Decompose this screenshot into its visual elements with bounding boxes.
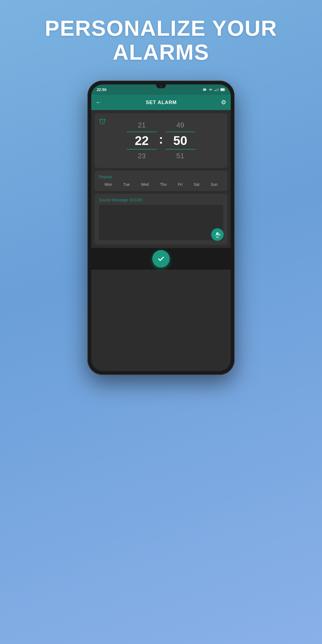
- status-icons: [202, 88, 225, 91]
- phone-outer: 22:50: [87, 81, 235, 375]
- voice-message-button[interactable]: [211, 228, 224, 241]
- confirm-button[interactable]: [152, 250, 170, 268]
- notch: [156, 84, 166, 88]
- hour-below: 23: [138, 150, 146, 162]
- minute-main: 50: [165, 132, 195, 150]
- svg-point-3: [205, 89, 206, 90]
- hour-column[interactable]: 21 22 23: [127, 119, 157, 162]
- app-bar: ← SET ALARM ⚙: [91, 95, 231, 110]
- svg-point-13: [216, 232, 218, 235]
- day-fri[interactable]: Fri: [178, 182, 182, 187]
- headline-container: PERSONALIZE YOUR ALARMS: [45, 0, 277, 64]
- headline-line1: PERSONALIZE YOUR: [45, 16, 277, 40]
- day-sat[interactable]: Sat: [194, 182, 199, 187]
- wifi-icon: [208, 88, 213, 91]
- game-controller-icon: [202, 88, 207, 91]
- repeat-label: Repeat: [99, 174, 223, 179]
- screen-content: 21 22 23 : 49 50 51 Repeat: [91, 110, 231, 248]
- svg-rect-11: [221, 89, 224, 90]
- days-row: Mon Tue Wed Thu Fri Sat Sun: [99, 182, 223, 187]
- repeat-card: Repeat Mon Tue Wed Thu Fri Sat Sun: [95, 171, 227, 191]
- svg-line-15: [220, 235, 220, 235]
- camera-dot: [160, 85, 162, 87]
- sound-message-input[interactable]: [99, 205, 223, 240]
- signal-icon: [214, 88, 219, 91]
- svg-rect-6: [216, 90, 217, 91]
- svg-rect-7: [217, 89, 218, 91]
- svg-point-4: [206, 90, 206, 90]
- day-tue[interactable]: Tue: [123, 182, 130, 187]
- time-picker-content: 21 22 23 : 49 50 51: [100, 118, 222, 162]
- status-bar: 22:50: [91, 84, 231, 95]
- back-button[interactable]: ←: [96, 99, 102, 106]
- app-bar-title: SET ALARM: [146, 100, 177, 105]
- alarm-icon: [99, 118, 106, 126]
- svg-rect-10: [225, 89, 225, 90]
- minute-column[interactable]: 49 50 51: [165, 119, 195, 162]
- time-separator: :: [157, 132, 165, 147]
- minute-above: 49: [176, 119, 184, 132]
- day-mon[interactable]: Mon: [105, 182, 112, 187]
- headline-line2: ALARMS: [113, 40, 209, 64]
- sound-message-label: Sound Message (0/100): [99, 198, 223, 202]
- day-sun[interactable]: Sun: [211, 182, 217, 187]
- svg-rect-5: [215, 90, 215, 91]
- hour-above: 21: [138, 119, 146, 132]
- day-thu[interactable]: Thu: [160, 182, 166, 187]
- minute-below: 51: [176, 150, 184, 162]
- sound-message-card: Sound Message (0/100): [95, 194, 227, 245]
- battery-icon: [220, 88, 225, 91]
- phone-wrapper: 22:50: [87, 81, 235, 375]
- status-time: 22:50: [97, 87, 107, 92]
- time-picker-card: 21 22 23 : 49 50 51: [95, 113, 227, 168]
- day-wed[interactable]: Wed: [141, 182, 149, 187]
- svg-rect-8: [218, 88, 219, 91]
- settings-button[interactable]: ⚙: [221, 99, 226, 106]
- svg-rect-2: [203, 90, 205, 90]
- phone-screen: 22:50: [91, 84, 231, 371]
- hour-main: 22: [127, 132, 157, 150]
- phone-bottom: [91, 248, 231, 270]
